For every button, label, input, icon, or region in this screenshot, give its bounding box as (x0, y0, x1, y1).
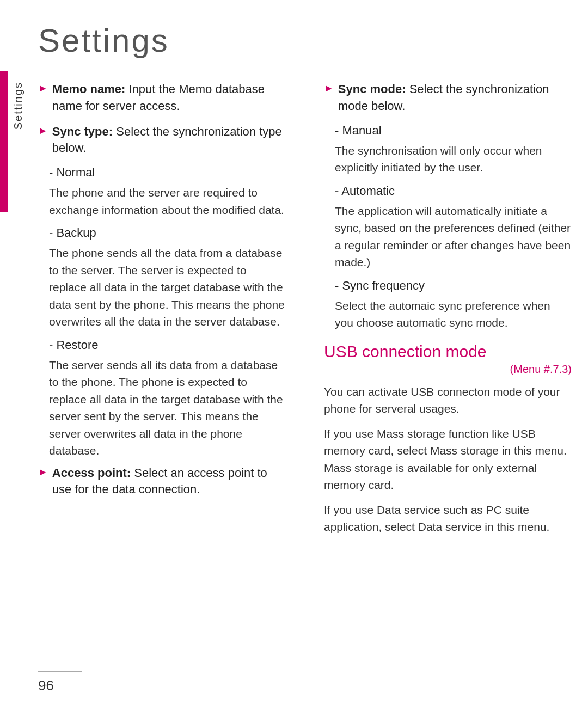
sync-type-text: Sync type: Select the synchronization ty… (52, 124, 286, 157)
restore-desc: The server sends all its data from a dat… (49, 357, 286, 459)
sync-frequency-label: - Sync frequency (335, 279, 572, 293)
memo-name-label: Memo name: (52, 82, 125, 96)
sync-mode-label: Sync mode: (338, 82, 406, 96)
restore-label: - Restore (49, 338, 286, 352)
page-divider (38, 671, 82, 672)
usb-title: USB connection mode (324, 342, 572, 361)
page-number: 96 (38, 677, 54, 694)
sync-mode-item: ► Sync mode: Select the synchronization … (324, 81, 572, 115)
sync-mode-arrow: ► (324, 83, 334, 94)
automatic-desc: The application will automatically initi… (335, 203, 572, 271)
usb-desc-2: If you use Mass storage function like US… (324, 425, 572, 494)
usb-desc-1: You can activate USB connecton mode of y… (324, 383, 572, 418)
page-container: Settings Settings ► Memo name: Input the… (0, 0, 588, 705)
left-column: ► Memo name: Input the Memo database nam… (38, 81, 297, 543)
sidebar-accent-bar (0, 71, 8, 212)
backup-label: - Backup (49, 226, 286, 240)
usb-desc-3: If you use Data service such as PC suite… (324, 501, 572, 536)
page-title: Settings (38, 22, 572, 59)
access-point-item: ► Access point: Select an access point t… (38, 465, 286, 499)
sync-frequency-desc: Select the automaic sync preference when… (335, 297, 572, 332)
sync-mode-text: Sync mode: Select the synchronization mo… (338, 81, 572, 115)
access-point-arrow: ► (38, 467, 48, 478)
sync-type-arrow: ► (38, 125, 48, 137)
main-content: Settings ► Memo name: Input the Memo dat… (38, 16, 572, 672)
sync-type-item: ► Sync type: Select the synchronization … (38, 124, 286, 157)
sync-mode-sub: - Manual The synchronisation will only o… (335, 124, 572, 332)
usb-menu-ref: (Menu #.7.3) (324, 363, 572, 376)
right-column: ► Sync mode: Select the synchronization … (318, 81, 572, 543)
columns: ► Memo name: Input the Memo database nam… (38, 81, 572, 543)
normal-desc: The phone and the server are required to… (49, 184, 286, 218)
automatic-label: - Automatic (335, 184, 572, 198)
manual-label: - Manual (335, 124, 572, 138)
sidebar-label: Settings (12, 82, 24, 130)
memo-name-item: ► Memo name: Input the Memo database nam… (38, 81, 286, 115)
backup-desc: The phone sends all the data from a data… (49, 244, 286, 330)
access-point-text: Access point: Select an access point to … (52, 465, 286, 499)
manual-desc: The synchronisation will only occur when… (335, 142, 572, 176)
sync-type-sub: - Normal The phone and the server are re… (49, 165, 286, 459)
sync-type-label: Sync type: (52, 125, 113, 138)
access-point-label: Access point: (52, 466, 131, 480)
memo-name-text: Memo name: Input the Memo database name … (52, 81, 286, 115)
normal-label: - Normal (49, 165, 286, 180)
memo-name-arrow: ► (38, 83, 48, 94)
usb-section: USB connection mode (Menu #.7.3) You can… (324, 342, 572, 536)
